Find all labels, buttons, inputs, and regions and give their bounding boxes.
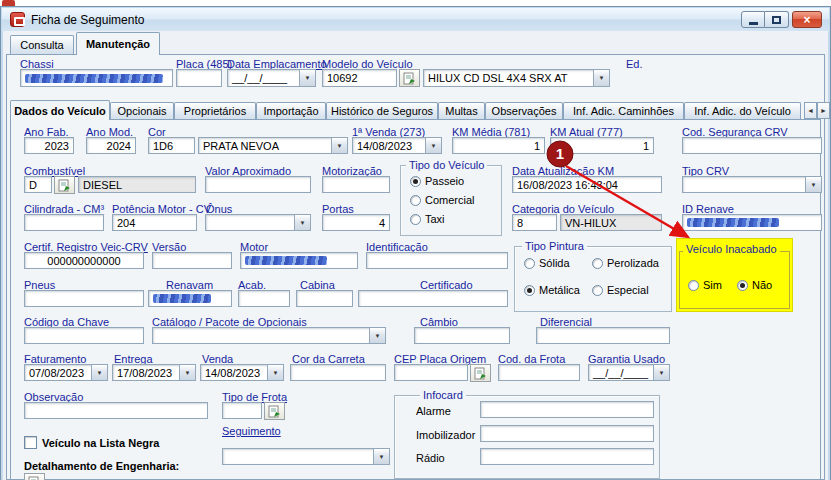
km-media-field[interactable]: 1 [452,137,545,154]
catalogo-combo[interactable]: ▼ [152,327,386,344]
seguimento-combo[interactable]: ▼ [222,448,390,465]
radio-perolizada[interactable]: Perolizada [592,257,659,269]
motorizacao-field[interactable] [322,176,390,193]
primeira-venda-combo[interactable]: 14/08/2023▼ [352,137,442,154]
ano-mod-field[interactable]: 2024 [86,137,136,154]
chevron-down-icon[interactable]: ▼ [653,365,669,380]
faturamento-combo[interactable]: 07/08/2023▼ [24,364,108,381]
cod-frota-field[interactable] [498,364,580,381]
id-renave-field[interactable] [682,214,822,231]
chevron-down-icon[interactable]: ▼ [593,70,609,86]
tab-label: Inf. Adic. Caminhões [573,105,674,117]
tab-manutencao[interactable]: Manutenção [76,32,160,55]
tab-label: Importação [263,105,318,117]
valor-aproximado-field[interactable] [205,176,311,193]
tab-opcionais[interactable]: Opcionais [110,102,174,119]
portas-field[interactable]: 4 [322,214,390,231]
tab-scroll-right-button[interactable]: ► [817,102,830,119]
cor-desc-combo[interactable]: PRATA NEVOA▼ [198,137,348,154]
tipo-frota-field[interactable] [222,402,262,419]
close-button[interactable]: × [792,11,822,28]
radio-metalica[interactable]: Metálica [524,284,580,296]
tab-historico-seguros[interactable]: Histórico de Seguros [326,102,438,119]
radio-sim[interactable]: Sim [688,279,722,291]
radio-nao[interactable]: Não [737,279,772,291]
tab-observacoes[interactable]: Observações [485,102,563,119]
cor-carreta-field[interactable] [290,364,386,381]
acab-field[interactable] [238,290,290,307]
radio-solida[interactable]: Sólida [524,257,570,269]
chevron-down-icon[interactable]: ▼ [425,138,441,153]
chevron-down-icon[interactable]: ▼ [179,365,195,380]
chassi-field[interactable] [20,69,173,87]
pneus-field[interactable] [24,290,144,307]
tab-proprietarios[interactable]: Proprietários [174,102,256,119]
categoria-field[interactable]: 8 [512,214,557,231]
tab-inf-adic-veiculo[interactable]: Inf. Adic. do Veículo [684,102,801,119]
radio-passeio[interactable]: Passeio [410,175,464,187]
tipo-frota-browse-button[interactable] [264,402,285,420]
tipo-pintura-group [514,246,672,312]
radio-infocard-field[interactable] [480,448,654,465]
cep-placa-browse-button[interactable] [470,364,491,382]
tab-consulta[interactable]: Consulta [10,35,74,54]
versao-field[interactable] [152,252,232,269]
chevron-down-icon[interactable]: ▼ [369,328,385,343]
diferencial-field[interactable] [536,327,670,344]
lista-negra-checkbox[interactable] [24,436,37,449]
venda-combo[interactable]: 14/08/2023▼ [200,364,284,381]
tab-dados-veiculo[interactable]: Dados do Veículo [10,100,110,120]
identificacao-field[interactable] [366,252,508,269]
entrega-combo[interactable]: 17/08/2023▼ [112,364,196,381]
imobilizador-field[interactable] [480,425,654,442]
tab-inf-adic-caminhoes[interactable]: Inf. Adic. Caminhões [563,102,684,119]
chevron-down-icon[interactable]: ▼ [91,365,107,380]
modelo-desc-combo[interactable]: HILUX CD DSL 4X4 SRX AT▼ [423,69,610,87]
cambio-field[interactable] [414,327,510,344]
data-emplacamento-combo[interactable]: __/__/____▼ [227,69,316,87]
certificado-field[interactable] [358,290,508,307]
km-atual-field[interactable]: 1 [550,137,654,154]
tab-multas[interactable]: Multas [438,102,485,119]
browse-icon [268,405,281,418]
radio-label: Comercial [425,194,475,206]
certif-crv-field[interactable]: 000000000000 [24,252,144,269]
chevron-down-icon[interactable]: ▼ [267,365,283,380]
maximize-button[interactable] [765,11,789,28]
tipo-crv-combo[interactable]: ▼ [682,176,822,193]
minimize-button[interactable] [741,11,765,28]
cod-seguranca-crv-field[interactable] [682,137,822,154]
modelo-browse-button[interactable] [399,69,420,87]
arrow-left-icon: ◄ [807,107,814,114]
radio-comercial[interactable]: Comercial [410,194,475,206]
placa-field[interactable] [176,69,222,87]
chevron-down-icon[interactable]: ▼ [331,138,347,153]
cabina-field[interactable] [296,290,353,307]
chevron-down-icon[interactable]: ▼ [805,177,821,192]
garantia-usado-combo[interactable]: __/__/____▼ [588,364,670,381]
chevron-down-icon[interactable]: ▼ [294,215,310,230]
renavam-field[interactable] [148,290,232,307]
ano-fab-field[interactable]: 2023 [24,137,74,154]
onus-combo[interactable]: ▼ [205,214,311,231]
codigo-chave-field[interactable] [24,327,144,344]
seguimento-label[interactable]: Seguimento [222,425,281,437]
cep-placa-field[interactable] [394,364,468,381]
detalhamento-browse-button[interactable] [24,473,45,480]
alarme-field[interactable] [480,401,654,418]
radio-taxi[interactable]: Taxi [410,213,445,225]
potencia-motor-field[interactable]: 204 [112,214,197,231]
observacao-field[interactable] [24,402,208,419]
data-atualizacao-km-field[interactable]: 16/08/2023 16:43:04 [512,176,662,193]
chevron-down-icon[interactable]: ▼ [373,449,389,464]
cor-field[interactable]: 1D6 [148,137,195,154]
modelo-code-field[interactable]: 10692 [322,69,397,87]
cilindrada-field[interactable] [24,214,104,231]
motor-field[interactable] [240,252,358,269]
combustivel-field[interactable]: D [24,176,52,193]
tab-scroll-left-button[interactable]: ◄ [804,102,817,119]
chevron-down-icon[interactable]: ▼ [299,70,315,86]
tab-importacao[interactable]: Importação [256,102,326,119]
combustivel-browse-button[interactable] [54,176,75,194]
radio-especial[interactable]: Especial [592,284,649,296]
